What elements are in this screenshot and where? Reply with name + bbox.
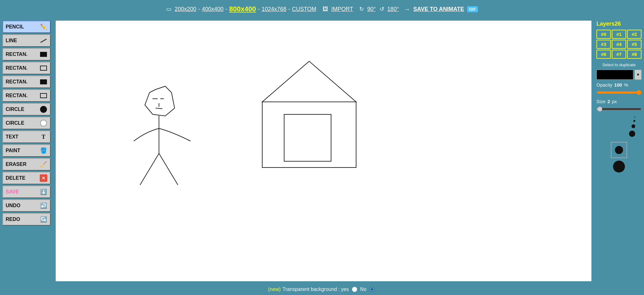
layer-6[interactable]: #6	[596, 50, 611, 59]
layer-1[interactable]: #1	[612, 30, 626, 39]
size-slider[interactable]	[596, 107, 641, 112]
size-1024[interactable]: 1024x768	[262, 6, 286, 12]
rectan-filled-tool[interactable]: RECTAN.	[3, 76, 51, 88]
circle-filled-tool[interactable]: CIRCLE	[3, 103, 51, 116]
paint-label: PAINT	[6, 148, 39, 153]
rectan-outline-dark-label: RECTAN.	[6, 65, 39, 71]
redo-tool[interactable]: REDO ↪️	[3, 213, 51, 226]
layer-8[interactable]: #8	[627, 50, 641, 59]
size-icon: ▭	[166, 6, 171, 12]
size-row: Size 2 px	[596, 99, 641, 104]
color-box[interactable]	[596, 70, 633, 80]
layer-4[interactable]: #4	[612, 40, 626, 49]
brush-selected-dot	[615, 146, 623, 154]
import-button[interactable]: IMPORT	[331, 6, 353, 12]
brush-dots	[596, 117, 641, 137]
gif-badge: GIF	[467, 6, 478, 12]
bottom-bar: (new) Transparent background : yes No	[0, 284, 644, 295]
brush-preview-area	[596, 142, 641, 172]
size-800[interactable]: 800x400	[229, 5, 256, 13]
opacity-slider[interactable]	[596, 90, 641, 95]
brush-dot-1	[634, 117, 635, 118]
layers-header: Layers26	[596, 21, 641, 27]
circle-filled-label: CIRCLE	[6, 107, 39, 112]
rect-outline-dark-icon	[39, 64, 48, 72]
left-toolbar: PENCIL ✏️ LINE RECTAN. RECTAN. RECTAN.	[0, 18, 53, 284]
eraser-tool[interactable]: ERASER 🧹	[3, 158, 51, 171]
sep4: -	[288, 6, 290, 12]
text-tool[interactable]: TEXT T	[3, 131, 51, 143]
rect-outline-icon	[39, 92, 48, 100]
drawing-canvas[interactable]	[56, 21, 591, 281]
layer-0[interactable]: #0	[596, 30, 611, 39]
radio-no-fill	[371, 288, 374, 291]
layer-2[interactable]: #2	[627, 30, 641, 39]
bg-transparent-text: Transparent background : yes	[283, 287, 349, 292]
rectan-filled-dark-label: RECTAN.	[6, 52, 39, 57]
size-400[interactable]: 400x400	[202, 6, 223, 12]
delete-label: DELETE	[6, 175, 39, 181]
line-icon	[39, 37, 48, 45]
brush-dot-3	[631, 124, 635, 128]
opacity-value: 100	[614, 82, 622, 88]
opacity-unit: %	[624, 82, 628, 88]
circle-outline-tool[interactable]: CIRCLE	[3, 117, 51, 129]
line-label: LINE	[6, 38, 39, 43]
pencil-tool[interactable]: PENCIL ✏️	[3, 21, 51, 33]
paint-icon: 🪣	[39, 147, 48, 155]
rotate180-icon: ↺	[380, 6, 384, 12]
top-toolbar: ▭ 200x200 - 400x400 - 800x400 - 1024x768…	[0, 0, 644, 18]
radio-yes[interactable]	[352, 287, 357, 292]
layers-grid: #0 #1 #2 #3 #4 #5 #6 #7 #8	[596, 30, 641, 59]
canvas-area[interactable]	[56, 21, 591, 281]
redo-label: REDO	[6, 217, 39, 222]
layer-7[interactable]: #7	[612, 50, 626, 59]
brush-dot-2	[633, 120, 635, 122]
undo-tool[interactable]: UNDO ↩️	[3, 199, 51, 212]
sep1: -	[198, 6, 200, 12]
size-value: 2	[607, 99, 610, 104]
save-animate-button[interactable]: SAVE TO ANIMATE	[413, 6, 464, 12]
rectan-outline-label: RECTAN.	[6, 93, 39, 98]
layer-5[interactable]: #5	[627, 40, 641, 49]
select-duplicate-label: Select to duplicate	[596, 62, 641, 67]
size-200[interactable]: 200x200	[175, 6, 196, 12]
redo-icon: ↪️	[39, 215, 48, 223]
pencil-label: PENCIL	[6, 24, 39, 30]
size-slider-container	[596, 107, 641, 113]
size-label: Size	[596, 99, 606, 104]
new-badge: (new)	[268, 287, 281, 292]
no-label: No	[360, 287, 366, 292]
layers-title: Layers	[596, 21, 615, 27]
eraser-icon: 🧹	[39, 160, 48, 168]
opacity-row: Opacity 100 %	[596, 82, 641, 88]
size-custom[interactable]: CUSTOM	[292, 6, 316, 12]
paint-tool[interactable]: PAINT 🪣	[3, 144, 51, 157]
opacity-slider-container	[596, 90, 641, 96]
rotate90-button[interactable]: 90°	[367, 6, 376, 12]
size-unit: px	[612, 99, 617, 104]
save-tool[interactable]: SAVE ⬇️	[3, 186, 51, 198]
pencil-icon: ✏️	[39, 23, 48, 31]
brush-dot-4	[629, 131, 635, 137]
delete-icon: ✕	[39, 174, 48, 182]
circle-outline-icon	[39, 119, 48, 127]
color-dropdown[interactable]: ▼	[635, 70, 641, 80]
rectan-outline-tool[interactable]: RECTAN.	[3, 89, 51, 102]
undo-label: UNDO	[6, 203, 39, 208]
delete-tool[interactable]: DELETE ✕	[3, 172, 51, 184]
undo-icon: ↩️	[39, 202, 48, 210]
line-tool[interactable]: LINE	[3, 34, 51, 47]
circle-filled-icon	[39, 105, 48, 113]
rectan-outline-dark-tool[interactable]: RECTAN.	[3, 62, 51, 74]
rect-filled-dark-icon	[39, 50, 48, 58]
sep3: -	[258, 6, 260, 12]
layer-3[interactable]: #3	[596, 40, 611, 49]
rectan-filled-dark-tool[interactable]: RECTAN.	[3, 48, 51, 61]
radio-no[interactable]	[370, 287, 375, 292]
sep2: -	[225, 6, 227, 12]
svg-text:✕: ✕	[42, 176, 45, 181]
brush-selected-preview[interactable]	[611, 142, 627, 158]
rotate180-button[interactable]: 180°	[387, 6, 399, 12]
rotate90-icon: ↻	[359, 6, 364, 12]
